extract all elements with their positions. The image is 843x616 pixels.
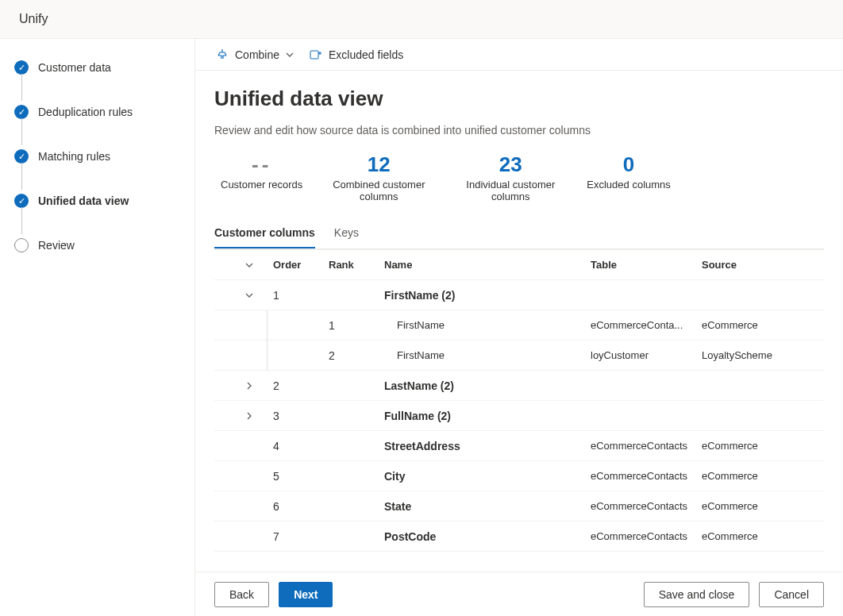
group-row[interactable]: 2 LastName (2) bbox=[214, 371, 824, 401]
stat-caption: Combined customer columns bbox=[323, 179, 434, 202]
cell-name: FirstName bbox=[384, 319, 591, 331]
cell-name: StreetAddress bbox=[384, 440, 591, 452]
check-icon: ✓ bbox=[14, 60, 29, 75]
save-button[interactable]: Save and close bbox=[644, 582, 750, 607]
cell-name: FirstName bbox=[384, 349, 591, 361]
cell-order: 5 bbox=[273, 470, 329, 483]
step-review[interactable]: Review bbox=[14, 236, 194, 255]
tab-keys[interactable]: Keys bbox=[334, 218, 359, 248]
content-scroll[interactable]: Unified data view Review and edit how so… bbox=[195, 71, 843, 572]
tab-customer-columns[interactable]: Customer columns bbox=[214, 218, 315, 248]
columns-grid: Order Rank Name Table Source 1 FirstName… bbox=[214, 249, 824, 552]
combine-label: Combine bbox=[235, 48, 279, 61]
cell-name: FirstName (2) bbox=[384, 289, 591, 302]
cell-source: LoyaltyScheme bbox=[702, 349, 813, 361]
group-row[interactable]: 1 FirstName (2) bbox=[214, 280, 824, 310]
check-icon: ✓ bbox=[14, 149, 29, 164]
data-row[interactable]: 5 City eCommerceContacts eCommerce bbox=[214, 461, 824, 491]
grid-header: Order Rank Name Table Source bbox=[214, 250, 824, 280]
footer: Back Next Save and close Cancel bbox=[195, 572, 843, 616]
tabs: Customer columns Keys bbox=[214, 218, 824, 249]
stat-customer-records: -- Customer records bbox=[214, 152, 309, 202]
data-row[interactable]: 7 PostCode eCommerceContacts eCommerce bbox=[214, 522, 824, 552]
chevron-down-icon[interactable] bbox=[225, 260, 273, 270]
chevron-right-icon[interactable] bbox=[225, 381, 273, 391]
check-icon: ✓ bbox=[14, 194, 29, 208]
group-row[interactable]: 3 FullName (2) bbox=[214, 401, 824, 431]
topbar: Unify bbox=[0, 0, 843, 39]
stat-value: -- bbox=[221, 152, 302, 177]
svg-rect-0 bbox=[310, 51, 318, 59]
cell-source: eCommerce bbox=[702, 530, 813, 542]
cell-table: eCommerceContacts bbox=[591, 500, 702, 512]
page-title: Unified data view bbox=[214, 87, 824, 111]
cell-table: eCommerceContacts bbox=[591, 470, 702, 482]
cell-name: FullName (2) bbox=[384, 410, 591, 422]
stat-excluded-columns: 0 Excluded columns bbox=[580, 152, 677, 202]
cell-order: 7 bbox=[273, 530, 329, 543]
cell-table: eCommerceContacts bbox=[591, 530, 702, 542]
stat-value: 12 bbox=[323, 152, 434, 177]
back-button[interactable]: Back bbox=[214, 582, 269, 607]
combine-button[interactable]: Combine bbox=[211, 45, 298, 64]
stat-caption: Individual customer columns bbox=[455, 179, 566, 202]
step-label: Deduplication rules bbox=[38, 106, 133, 118]
data-row[interactable]: 4 StreetAddress eCommerceContacts eComme… bbox=[214, 431, 824, 461]
stat-value: 0 bbox=[587, 152, 671, 177]
cell-name: State bbox=[384, 500, 591, 513]
step-unified-data-view[interactable]: ✓ Unified data view bbox=[14, 191, 194, 210]
header-name: Name bbox=[384, 259, 591, 271]
header-table: Table bbox=[591, 259, 702, 271]
cell-name: PostCode bbox=[384, 530, 591, 543]
step-deduplication-rules[interactable]: ✓ Deduplication rules bbox=[14, 102, 194, 121]
stat-caption: Customer records bbox=[221, 179, 302, 191]
stat-individual-columns: 23 Individual customer columns bbox=[448, 152, 572, 202]
combine-icon bbox=[216, 48, 229, 61]
cell-table: loyCustomer bbox=[591, 349, 702, 361]
cell-name: LastName (2) bbox=[384, 379, 591, 392]
step-matching-rules[interactable]: ✓ Matching rules bbox=[14, 147, 194, 166]
cell-order: 6 bbox=[273, 500, 329, 513]
cell-order: 1 bbox=[273, 289, 329, 302]
cell-table: eCommerceConta... bbox=[591, 319, 702, 331]
app-title: Unify bbox=[19, 12, 48, 26]
chevron-down-icon[interactable] bbox=[225, 291, 273, 300]
next-button[interactable]: Next bbox=[279, 582, 333, 607]
cell-order: 3 bbox=[273, 410, 329, 422]
excluded-fields-icon bbox=[310, 48, 322, 61]
child-row[interactable]: 2 FirstName loyCustomer LoyaltyScheme bbox=[214, 341, 824, 371]
stats-row: -- Customer records 12 Combined customer… bbox=[214, 152, 824, 202]
step-label: Unified data view bbox=[38, 194, 129, 207]
header-order: Order bbox=[273, 259, 329, 271]
step-label: Customer data bbox=[38, 61, 111, 74]
circle-icon bbox=[14, 238, 29, 252]
stat-caption: Excluded columns bbox=[587, 179, 671, 191]
cell-order: 2 bbox=[273, 379, 329, 392]
command-bar: Combine Excluded fields bbox=[195, 39, 843, 71]
excluded-fields-label: Excluded fields bbox=[329, 48, 403, 61]
cell-table: eCommerceContacts bbox=[591, 440, 702, 452]
excluded-fields-button[interactable]: Excluded fields bbox=[305, 45, 408, 64]
cell-source: eCommerce bbox=[702, 319, 813, 331]
chevron-right-icon[interactable] bbox=[225, 411, 273, 421]
cell-source: eCommerce bbox=[702, 500, 813, 512]
check-icon: ✓ bbox=[14, 105, 29, 119]
stat-combined-columns: 12 Combined customer columns bbox=[317, 152, 441, 202]
header-source: Source bbox=[702, 259, 813, 271]
cell-name: City bbox=[384, 470, 591, 483]
cancel-button[interactable]: Cancel bbox=[759, 582, 824, 607]
sidebar: ✓ Customer data ✓ Deduplication rules ✓ … bbox=[0, 39, 195, 616]
cell-source: eCommerce bbox=[702, 440, 813, 452]
step-label: Matching rules bbox=[38, 150, 110, 163]
step-customer-data[interactable]: ✓ Customer data bbox=[14, 58, 194, 77]
cell-rank: 1 bbox=[329, 319, 384, 332]
cell-order: 4 bbox=[273, 440, 329, 452]
data-row[interactable]: 6 State eCommerceContacts eCommerce bbox=[214, 491, 824, 522]
step-label: Review bbox=[38, 239, 75, 252]
cell-rank: 2 bbox=[329, 349, 384, 362]
cell-source: eCommerce bbox=[702, 470, 813, 482]
child-row[interactable]: 1 FirstName eCommerceConta... eCommerce bbox=[214, 310, 824, 341]
stat-value: 23 bbox=[455, 152, 566, 177]
chevron-down-icon bbox=[286, 51, 294, 59]
page-subtitle: Review and edit how source data is combi… bbox=[214, 124, 824, 137]
